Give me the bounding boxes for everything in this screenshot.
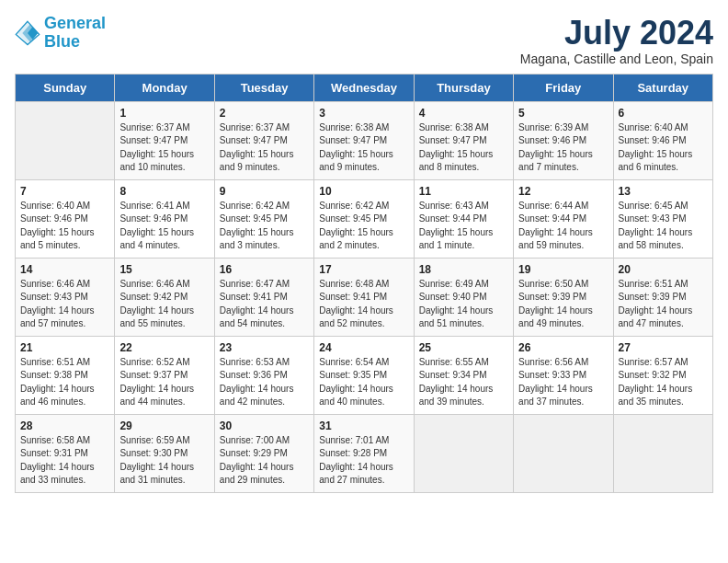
day-number: 12: [518, 185, 608, 198]
day-number: 11: [419, 185, 508, 198]
calendar-cell: 13Sunrise: 6:45 AMSunset: 9:43 PMDayligh…: [613, 179, 712, 258]
cell-content: Sunrise: 6:53 AMSunset: 9:36 PMDaylight:…: [220, 356, 309, 409]
calendar-row: 7Sunrise: 6:40 AMSunset: 9:46 PMDaylight…: [16, 179, 713, 258]
calendar-cell: 3Sunrise: 6:38 AMSunset: 9:47 PMDaylight…: [314, 101, 414, 179]
day-number: 20: [619, 263, 708, 276]
calendar-cell: 29Sunrise: 6:59 AMSunset: 9:30 PMDayligh…: [115, 414, 214, 492]
day-number: 15: [119, 263, 209, 276]
calendar-cell: 24Sunrise: 6:54 AMSunset: 9:35 PMDayligh…: [314, 336, 414, 414]
calendar-cell: 20Sunrise: 6:51 AMSunset: 9:39 PMDayligh…: [613, 258, 712, 336]
day-number: 25: [419, 341, 508, 354]
day-number: 28: [20, 419, 109, 432]
cell-content: Sunrise: 6:51 AMSunset: 9:39 PMDaylight:…: [619, 278, 708, 331]
cell-content: Sunrise: 6:37 AMSunset: 9:47 PMDaylight:…: [119, 121, 209, 175]
cell-content: Sunrise: 6:42 AMSunset: 9:45 PMDaylight:…: [319, 200, 408, 253]
logo-icon: [15, 20, 40, 46]
calendar-cell: 12Sunrise: 6:44 AMSunset: 9:44 PMDayligh…: [514, 179, 613, 258]
calendar-cell: 9Sunrise: 6:42 AMSunset: 9:45 PMDaylight…: [214, 179, 313, 258]
cell-content: Sunrise: 6:48 AMSunset: 9:41 PMDaylight:…: [319, 278, 408, 331]
day-number: 5: [518, 107, 608, 120]
day-number: 21: [20, 341, 109, 354]
day-number: 3: [319, 107, 408, 120]
day-number: 6: [619, 107, 708, 120]
day-number: 8: [119, 185, 209, 198]
day-number: 31: [319, 419, 408, 432]
calendar-row: 1Sunrise: 6:37 AMSunset: 9:47 PMDaylight…: [16, 101, 713, 179]
day-number: 9: [220, 185, 309, 198]
calendar-cell: [16, 101, 115, 179]
month-title: July 2024: [520, 15, 713, 52]
cell-content: Sunrise: 6:37 AMSunset: 9:47 PMDaylight:…: [220, 121, 309, 175]
calendar-cell: 5Sunrise: 6:39 AMSunset: 9:46 PMDaylight…: [514, 101, 613, 179]
cell-content: Sunrise: 6:38 AMSunset: 9:47 PMDaylight:…: [319, 121, 408, 175]
day-number: 4: [419, 107, 508, 120]
day-number: 2: [220, 107, 309, 120]
day-number: 27: [619, 341, 708, 354]
cell-content: Sunrise: 6:50 AMSunset: 9:39 PMDaylight:…: [518, 278, 608, 331]
calendar-cell: 2Sunrise: 6:37 AMSunset: 9:47 PMDaylight…: [214, 101, 313, 179]
calendar-row: 14Sunrise: 6:46 AMSunset: 9:43 PMDayligh…: [16, 258, 713, 336]
cell-content: Sunrise: 6:47 AMSunset: 9:41 PMDaylight:…: [220, 278, 309, 331]
calendar-cell: 15Sunrise: 6:46 AMSunset: 9:42 PMDayligh…: [115, 258, 214, 336]
calendar-table: SundayMondayTuesdayWednesdayThursdayFrid…: [15, 74, 713, 493]
weekday-header: Thursday: [414, 74, 513, 101]
calendar-cell: 25Sunrise: 6:55 AMSunset: 9:34 PMDayligh…: [414, 336, 513, 414]
logo-text: General Blue: [44, 15, 106, 52]
cell-content: Sunrise: 6:57 AMSunset: 9:32 PMDaylight:…: [619, 356, 708, 409]
day-number: 13: [619, 185, 708, 198]
calendar-cell: 8Sunrise: 6:41 AMSunset: 9:46 PMDaylight…: [115, 179, 214, 258]
calendar-cell: 23Sunrise: 6:53 AMSunset: 9:36 PMDayligh…: [214, 336, 313, 414]
cell-content: Sunrise: 6:55 AMSunset: 9:34 PMDaylight:…: [419, 356, 508, 409]
day-number: 29: [119, 419, 209, 432]
calendar-cell: 22Sunrise: 6:52 AMSunset: 9:37 PMDayligh…: [115, 336, 214, 414]
title-block: July 2024 Magana, Castille and Leon, Spa…: [520, 15, 713, 66]
cell-content: Sunrise: 6:43 AMSunset: 9:44 PMDaylight:…: [419, 200, 508, 253]
calendar-cell: 6Sunrise: 6:40 AMSunset: 9:46 PMDaylight…: [613, 101, 712, 179]
cell-content: Sunrise: 6:46 AMSunset: 9:42 PMDaylight:…: [119, 278, 209, 331]
calendar-cell: 26Sunrise: 6:56 AMSunset: 9:33 PMDayligh…: [514, 336, 613, 414]
day-number: 16: [220, 263, 309, 276]
weekday-header-row: SundayMondayTuesdayWednesdayThursdayFrid…: [16, 74, 713, 101]
day-number: 14: [20, 263, 109, 276]
day-number: 24: [319, 341, 408, 354]
calendar-cell: 28Sunrise: 6:58 AMSunset: 9:31 PMDayligh…: [16, 414, 115, 492]
day-number: 22: [119, 341, 209, 354]
cell-content: Sunrise: 6:52 AMSunset: 9:37 PMDaylight:…: [119, 356, 209, 409]
calendar-cell: 10Sunrise: 6:42 AMSunset: 9:45 PMDayligh…: [314, 179, 414, 258]
calendar-cell: 18Sunrise: 6:49 AMSunset: 9:40 PMDayligh…: [414, 258, 513, 336]
day-number: 23: [220, 341, 309, 354]
calendar-cell: 17Sunrise: 6:48 AMSunset: 9:41 PMDayligh…: [314, 258, 414, 336]
cell-content: Sunrise: 6:42 AMSunset: 9:45 PMDaylight:…: [220, 200, 309, 253]
day-number: 19: [518, 263, 608, 276]
calendar-cell: 1Sunrise: 6:37 AMSunset: 9:47 PMDaylight…: [115, 101, 214, 179]
cell-content: Sunrise: 6:59 AMSunset: 9:30 PMDaylight:…: [119, 434, 209, 488]
weekday-header: Wednesday: [314, 74, 414, 101]
calendar-row: 28Sunrise: 6:58 AMSunset: 9:31 PMDayligh…: [16, 414, 713, 492]
day-number: 26: [518, 341, 608, 354]
calendar-cell: 11Sunrise: 6:43 AMSunset: 9:44 PMDayligh…: [414, 179, 513, 258]
cell-content: Sunrise: 6:51 AMSunset: 9:38 PMDaylight:…: [20, 356, 109, 409]
cell-content: Sunrise: 6:49 AMSunset: 9:40 PMDaylight:…: [419, 278, 508, 331]
calendar-cell: 7Sunrise: 6:40 AMSunset: 9:46 PMDaylight…: [16, 179, 115, 258]
calendar-cell: 16Sunrise: 6:47 AMSunset: 9:41 PMDayligh…: [214, 258, 313, 336]
cell-content: Sunrise: 6:40 AMSunset: 9:46 PMDaylight:…: [20, 200, 109, 253]
page-header: General Blue July 2024 Magana, Castille …: [15, 15, 713, 66]
logo: General Blue: [15, 15, 106, 52]
day-number: 1: [119, 107, 209, 120]
cell-content: Sunrise: 6:56 AMSunset: 9:33 PMDaylight:…: [518, 356, 608, 409]
cell-content: Sunrise: 6:46 AMSunset: 9:43 PMDaylight:…: [20, 278, 109, 331]
cell-content: Sunrise: 6:40 AMSunset: 9:46 PMDaylight:…: [619, 121, 708, 175]
weekday-header: Friday: [514, 74, 613, 101]
calendar-cell: 14Sunrise: 6:46 AMSunset: 9:43 PMDayligh…: [16, 258, 115, 336]
calendar-cell: [414, 414, 513, 492]
calendar-cell: 19Sunrise: 6:50 AMSunset: 9:39 PMDayligh…: [514, 258, 613, 336]
weekday-header: Sunday: [16, 74, 115, 101]
calendar-cell: 21Sunrise: 6:51 AMSunset: 9:38 PMDayligh…: [16, 336, 115, 414]
weekday-header: Saturday: [613, 74, 712, 101]
cell-content: Sunrise: 6:39 AMSunset: 9:46 PMDaylight:…: [518, 121, 608, 175]
cell-content: Sunrise: 6:44 AMSunset: 9:44 PMDaylight:…: [518, 200, 608, 253]
weekday-header: Monday: [115, 74, 214, 101]
cell-content: Sunrise: 6:38 AMSunset: 9:47 PMDaylight:…: [419, 121, 508, 175]
calendar-cell: 4Sunrise: 6:38 AMSunset: 9:47 PMDaylight…: [414, 101, 513, 179]
day-number: 17: [319, 263, 408, 276]
